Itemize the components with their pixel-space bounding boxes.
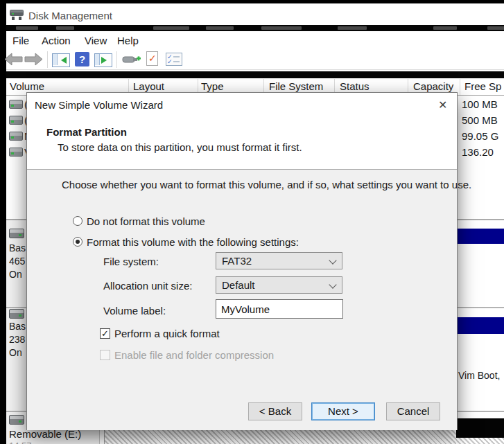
console-tree-icon[interactable] [52, 53, 70, 67]
volume-icon [9, 116, 23, 125]
menu-help[interactable]: Help [117, 35, 139, 46]
compression-label: Enable file and folder compression [114, 349, 274, 361]
disk0-type-partial: Bas [9, 242, 26, 254]
disk0-size-partial: 465 [9, 256, 25, 267]
column-layout[interactable]: Layout [133, 80, 164, 92]
screen: Disk Management File Action View Help ? [0, 0, 504, 444]
chevron-down-icon [329, 281, 336, 288]
removable-size-partial: 14.57 [9, 441, 32, 444]
step-heading: Format Partition [46, 126, 127, 138]
column-capacity[interactable]: Capacity [413, 80, 453, 92]
back-button[interactable]: < Back [248, 402, 302, 420]
disk-icon [9, 309, 24, 319]
file-system-dropdown[interactable]: FAT32 [216, 252, 342, 269]
action-pane-icon[interactable] [94, 53, 112, 67]
volume-label-label: Volume label: [103, 305, 166, 317]
checklist-icon[interactable]: ✓ ✓ [166, 53, 182, 66]
free-space-value: 99.05 G [462, 130, 498, 142]
file-system-value: FAT32 [222, 255, 252, 267]
quick-format-checkbox[interactable]: ✓ [100, 328, 110, 339]
step-subheading: To store data on this partition, you mus… [58, 141, 302, 153]
radio-do-not-format[interactable] [73, 216, 82, 226]
cancel-button[interactable]: Cancel [386, 402, 440, 420]
check-document-icon[interactable]: ✓ [146, 51, 158, 66]
radio-do-not-format-label[interactable]: Do not format this volume [87, 215, 205, 227]
forward-icon[interactable] [24, 53, 43, 66]
allocation-unit-value: Default [222, 279, 255, 291]
next-button[interactable]: Next > [311, 402, 375, 420]
column-file-system[interactable]: File System [269, 80, 323, 92]
radio-format-volume[interactable] [73, 237, 82, 247]
volume-icon [9, 132, 23, 141]
disk-icon [9, 415, 24, 425]
column-volume[interactable]: Volume [10, 80, 44, 92]
free-space-value: 500 MB [462, 114, 498, 126]
background-band-top [6, 25, 504, 31]
allocation-unit-label: Allocation unit size: [103, 280, 192, 292]
volume-icon [9, 100, 23, 109]
allocation-unit-dropdown[interactable]: Default [216, 276, 342, 294]
back-icon[interactable] [4, 53, 23, 66]
menu-view[interactable]: View [85, 35, 107, 46]
toolbar-separator [116, 51, 117, 68]
background-band-middle [6, 71, 504, 78]
unallocated-region [456, 438, 504, 444]
free-space-value: 136.20 [462, 146, 494, 158]
free-space-value: 100 MB [462, 98, 498, 110]
disk-icon [9, 229, 24, 238]
toolbar-divider [6, 69, 504, 70]
radio-format-volume-label[interactable]: Format this volume with the following se… [87, 236, 299, 248]
column-free-space[interactable]: Free Sp [464, 80, 501, 92]
unallocated-bar [456, 418, 504, 438]
chevron-down-icon [329, 256, 336, 264]
column-type[interactable]: Type [201, 80, 224, 92]
disk-management-app-icon [9, 7, 24, 22]
close-icon[interactable]: ✕ [438, 98, 447, 112]
disk1-status-partial: On [9, 347, 22, 358]
compression-checkbox [100, 350, 110, 360]
disk1-type-partial: Bas [9, 321, 26, 332]
window-title: Disk Management [28, 10, 112, 21]
disk1-partition-label-partial: Vim Boot, [458, 370, 500, 381]
help-icon[interactable]: ? [75, 52, 89, 66]
menu-file[interactable]: File [12, 35, 29, 46]
dialog-title: New Simple Volume Wizard [35, 99, 163, 111]
file-system-label: File system: [103, 256, 159, 267]
menu-action[interactable]: Action [42, 35, 71, 46]
volume-icon [9, 148, 23, 157]
column-status[interactable]: Status [340, 80, 370, 92]
new-simple-volume-wizard-dialog: New Simple Volume Wizard ✕ Format Partit… [26, 92, 458, 430]
device-tool-icon[interactable] [122, 54, 141, 65]
volume-label-input[interactable] [216, 299, 343, 319]
disk0-status-partial: On [9, 269, 22, 280]
disk1-size-partial: 238 [9, 334, 25, 345]
toolbar-separator [47, 51, 48, 68]
quick-format-label[interactable]: Perform a quick format [114, 328, 220, 339]
instruction-text: Choose whether you want to format this v… [62, 179, 471, 190]
